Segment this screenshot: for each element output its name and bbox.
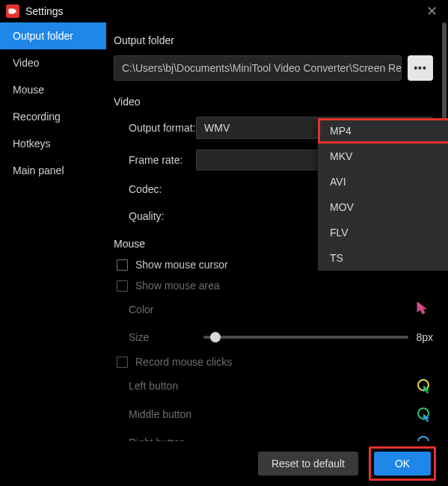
browse-button[interactable]: ••• [408, 55, 433, 81]
sidebar-item-output-folder[interactable]: Output folder [0, 22, 106, 49]
checkbox-show-area[interactable]: Show mouse area [114, 280, 433, 292]
ok-highlight: OK [369, 446, 436, 481]
sidebar-item-video[interactable]: Video [0, 49, 106, 76]
reset-to-default-button[interactable]: Reset to default [258, 452, 358, 476]
ellipsis-icon: ••• [414, 62, 427, 74]
sidebar-item-hotkeys[interactable]: Hotkeys [0, 130, 106, 157]
size-value: 8px [416, 331, 433, 343]
titlebar: Settings ✕ [0, 0, 448, 22]
label-left-button: Left button [114, 380, 196, 392]
format-option-ts[interactable]: TS [318, 245, 448, 271]
format-option-flv[interactable]: FLV [318, 220, 448, 245]
section-heading-video: Video [114, 96, 433, 108]
content: Output folder C:\Users\bj\Documents\Mini… [106, 22, 448, 441]
checkbox-record-clicks[interactable]: Record mouse clicks [114, 356, 433, 368]
label-frame-rate: Frame rate: [114, 154, 196, 166]
checkbox-label-show-cursor: Show mouse cursor [135, 259, 228, 271]
label-output-format: Output format: [114, 122, 196, 134]
middle-click-icon[interactable] [415, 405, 433, 423]
ok-button[interactable]: OK [374, 452, 431, 476]
label-quality: Quality: [114, 210, 196, 222]
format-option-avi[interactable]: AVI [318, 169, 448, 194]
label-codec: Codec: [114, 183, 196, 195]
checkbox-icon [117, 280, 128, 292]
label-color: Color [114, 304, 196, 316]
cursor-color-icon[interactable] [415, 301, 433, 319]
main: Output folder Video Mouse Recording Hotk… [0, 22, 448, 441]
bottom-bar: Reset to default OK [0, 441, 448, 486]
sidebar: Output folder Video Mouse Recording Hotk… [0, 22, 106, 441]
output-folder-input[interactable]: C:\Users\bj\Documents\MiniTool Video Con… [114, 55, 402, 81]
sidebar-item-main-panel[interactable]: Main panel [0, 157, 106, 184]
close-button[interactable]: ✕ [421, 1, 442, 22]
output-format-dropdown: MP4 MKV AVI MOV FLV TS [318, 118, 448, 271]
size-slider[interactable] [196, 336, 416, 339]
output-format-value: WMV [204, 122, 230, 134]
checkbox-label-show-area: Show mouse area [135, 280, 220, 292]
checkbox-icon [117, 259, 128, 271]
checkbox-icon [117, 357, 128, 368]
app-icon [6, 4, 19, 18]
right-click-icon[interactable] [415, 434, 433, 441]
format-option-mov[interactable]: MOV [318, 194, 448, 220]
sidebar-item-mouse[interactable]: Mouse [0, 76, 106, 103]
sidebar-item-recording[interactable]: Recording [0, 103, 106, 130]
checkbox-label-record-clicks: Record mouse clicks [135, 356, 232, 368]
format-option-mp4[interactable]: MP4 [318, 118, 448, 144]
left-click-icon[interactable] [415, 377, 433, 395]
section-heading-output: Output folder [114, 34, 433, 46]
format-option-mkv[interactable]: MKV [318, 144, 448, 169]
label-middle-button: Middle button [114, 408, 196, 420]
window-title: Settings [25, 5, 64, 17]
label-size: Size [114, 331, 196, 343]
